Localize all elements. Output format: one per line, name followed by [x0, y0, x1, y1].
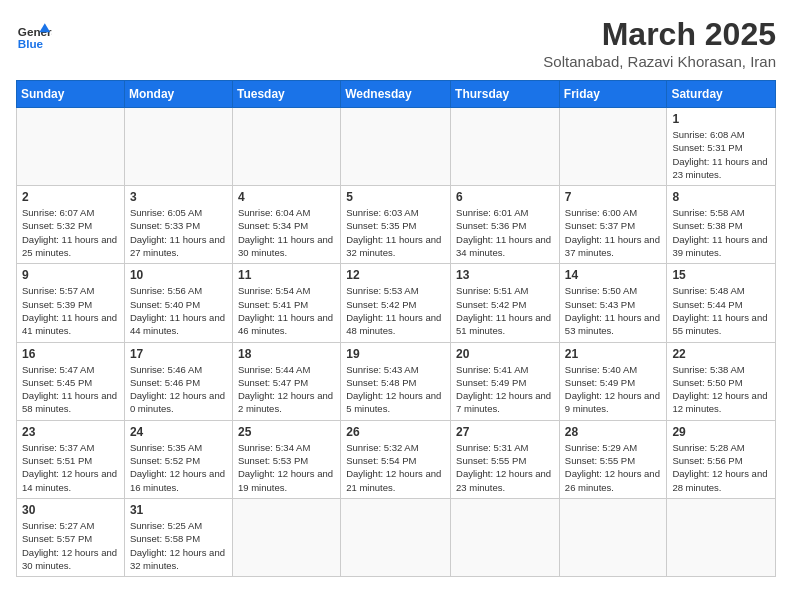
calendar-cell: 24Sunrise: 5:35 AMSunset: 5:52 PMDayligh… [124, 420, 232, 498]
day-info: Sunrise: 6:03 AMSunset: 5:35 PMDaylight:… [346, 206, 445, 259]
calendar-week-row: 30Sunrise: 5:27 AMSunset: 5:57 PMDayligh… [17, 498, 776, 576]
weekday-header: Wednesday [341, 81, 451, 108]
day-number: 30 [22, 503, 119, 517]
calendar-cell: 29Sunrise: 5:28 AMSunset: 5:56 PMDayligh… [667, 420, 776, 498]
calendar-cell [341, 108, 451, 186]
calendar-cell: 25Sunrise: 5:34 AMSunset: 5:53 PMDayligh… [232, 420, 340, 498]
day-number: 15 [672, 268, 770, 282]
calendar-cell [341, 498, 451, 576]
day-info: Sunrise: 5:44 AMSunset: 5:47 PMDaylight:… [238, 363, 335, 416]
calendar-cell [667, 498, 776, 576]
weekday-header: Tuesday [232, 81, 340, 108]
day-number: 7 [565, 190, 662, 204]
title-area: March 2025 Soltanabad, Razavi Khorasan, … [543, 16, 776, 70]
calendar-cell: 17Sunrise: 5:46 AMSunset: 5:46 PMDayligh… [124, 342, 232, 420]
day-info: Sunrise: 6:05 AMSunset: 5:33 PMDaylight:… [130, 206, 227, 259]
calendar-cell: 21Sunrise: 5:40 AMSunset: 5:49 PMDayligh… [559, 342, 667, 420]
weekday-header: Monday [124, 81, 232, 108]
calendar-cell: 5Sunrise: 6:03 AMSunset: 5:35 PMDaylight… [341, 186, 451, 264]
day-number: 27 [456, 425, 554, 439]
day-info: Sunrise: 5:48 AMSunset: 5:44 PMDaylight:… [672, 284, 770, 337]
day-info: Sunrise: 5:47 AMSunset: 5:45 PMDaylight:… [22, 363, 119, 416]
day-number: 22 [672, 347, 770, 361]
day-info: Sunrise: 6:01 AMSunset: 5:36 PMDaylight:… [456, 206, 554, 259]
calendar-cell: 20Sunrise: 5:41 AMSunset: 5:49 PMDayligh… [451, 342, 560, 420]
calendar-cell: 2Sunrise: 6:07 AMSunset: 5:32 PMDaylight… [17, 186, 125, 264]
day-number: 4 [238, 190, 335, 204]
day-number: 29 [672, 425, 770, 439]
weekday-header: Saturday [667, 81, 776, 108]
calendar-cell [559, 108, 667, 186]
calendar-cell: 12Sunrise: 5:53 AMSunset: 5:42 PMDayligh… [341, 264, 451, 342]
day-number: 26 [346, 425, 445, 439]
day-number: 28 [565, 425, 662, 439]
day-info: Sunrise: 5:51 AMSunset: 5:42 PMDaylight:… [456, 284, 554, 337]
calendar-week-row: 16Sunrise: 5:47 AMSunset: 5:45 PMDayligh… [17, 342, 776, 420]
day-info: Sunrise: 6:04 AMSunset: 5:34 PMDaylight:… [238, 206, 335, 259]
logo-icon: General Blue [16, 16, 52, 52]
day-info: Sunrise: 5:29 AMSunset: 5:55 PMDaylight:… [565, 441, 662, 494]
day-info: Sunrise: 5:43 AMSunset: 5:48 PMDaylight:… [346, 363, 445, 416]
weekday-header: Thursday [451, 81, 560, 108]
day-number: 18 [238, 347, 335, 361]
day-info: Sunrise: 5:28 AMSunset: 5:56 PMDaylight:… [672, 441, 770, 494]
weekday-header: Friday [559, 81, 667, 108]
calendar-cell: 28Sunrise: 5:29 AMSunset: 5:55 PMDayligh… [559, 420, 667, 498]
day-number: 2 [22, 190, 119, 204]
calendar-cell: 9Sunrise: 5:57 AMSunset: 5:39 PMDaylight… [17, 264, 125, 342]
calendar-cell: 11Sunrise: 5:54 AMSunset: 5:41 PMDayligh… [232, 264, 340, 342]
calendar-week-row: 9Sunrise: 5:57 AMSunset: 5:39 PMDaylight… [17, 264, 776, 342]
calendar-cell: 10Sunrise: 5:56 AMSunset: 5:40 PMDayligh… [124, 264, 232, 342]
day-number: 23 [22, 425, 119, 439]
day-info: Sunrise: 5:40 AMSunset: 5:49 PMDaylight:… [565, 363, 662, 416]
day-number: 10 [130, 268, 227, 282]
day-info: Sunrise: 5:54 AMSunset: 5:41 PMDaylight:… [238, 284, 335, 337]
calendar-table: SundayMondayTuesdayWednesdayThursdayFrid… [16, 80, 776, 577]
day-number: 9 [22, 268, 119, 282]
day-info: Sunrise: 5:58 AMSunset: 5:38 PMDaylight:… [672, 206, 770, 259]
calendar-cell [17, 108, 125, 186]
day-info: Sunrise: 5:35 AMSunset: 5:52 PMDaylight:… [130, 441, 227, 494]
day-number: 13 [456, 268, 554, 282]
day-number: 6 [456, 190, 554, 204]
calendar-cell: 27Sunrise: 5:31 AMSunset: 5:55 PMDayligh… [451, 420, 560, 498]
day-info: Sunrise: 5:56 AMSunset: 5:40 PMDaylight:… [130, 284, 227, 337]
day-number: 17 [130, 347, 227, 361]
calendar-week-row: 1Sunrise: 6:08 AMSunset: 5:31 PMDaylight… [17, 108, 776, 186]
calendar-cell: 19Sunrise: 5:43 AMSunset: 5:48 PMDayligh… [341, 342, 451, 420]
day-info: Sunrise: 5:32 AMSunset: 5:54 PMDaylight:… [346, 441, 445, 494]
day-info: Sunrise: 5:41 AMSunset: 5:49 PMDaylight:… [456, 363, 554, 416]
calendar-cell: 16Sunrise: 5:47 AMSunset: 5:45 PMDayligh… [17, 342, 125, 420]
day-number: 31 [130, 503, 227, 517]
day-info: Sunrise: 5:53 AMSunset: 5:42 PMDaylight:… [346, 284, 445, 337]
day-number: 1 [672, 112, 770, 126]
day-number: 19 [346, 347, 445, 361]
day-info: Sunrise: 5:57 AMSunset: 5:39 PMDaylight:… [22, 284, 119, 337]
weekday-header: Sunday [17, 81, 125, 108]
day-number: 12 [346, 268, 445, 282]
svg-text:Blue: Blue [18, 37, 44, 50]
day-number: 11 [238, 268, 335, 282]
calendar-cell [232, 498, 340, 576]
calendar-cell: 18Sunrise: 5:44 AMSunset: 5:47 PMDayligh… [232, 342, 340, 420]
day-info: Sunrise: 5:34 AMSunset: 5:53 PMDaylight:… [238, 441, 335, 494]
day-number: 14 [565, 268, 662, 282]
day-info: Sunrise: 5:27 AMSunset: 5:57 PMDaylight:… [22, 519, 119, 572]
day-number: 21 [565, 347, 662, 361]
calendar-cell: 26Sunrise: 5:32 AMSunset: 5:54 PMDayligh… [341, 420, 451, 498]
day-info: Sunrise: 5:38 AMSunset: 5:50 PMDaylight:… [672, 363, 770, 416]
logo: General Blue [16, 16, 52, 52]
day-info: Sunrise: 5:46 AMSunset: 5:46 PMDaylight:… [130, 363, 227, 416]
calendar-week-row: 23Sunrise: 5:37 AMSunset: 5:51 PMDayligh… [17, 420, 776, 498]
day-info: Sunrise: 6:00 AMSunset: 5:37 PMDaylight:… [565, 206, 662, 259]
weekday-header-row: SundayMondayTuesdayWednesdayThursdayFrid… [17, 81, 776, 108]
month-title: March 2025 [543, 16, 776, 53]
day-info: Sunrise: 6:07 AMSunset: 5:32 PMDaylight:… [22, 206, 119, 259]
calendar-cell: 23Sunrise: 5:37 AMSunset: 5:51 PMDayligh… [17, 420, 125, 498]
day-number: 8 [672, 190, 770, 204]
calendar-cell: 22Sunrise: 5:38 AMSunset: 5:50 PMDayligh… [667, 342, 776, 420]
day-info: Sunrise: 5:37 AMSunset: 5:51 PMDaylight:… [22, 441, 119, 494]
calendar-cell: 31Sunrise: 5:25 AMSunset: 5:58 PMDayligh… [124, 498, 232, 576]
calendar-cell: 4Sunrise: 6:04 AMSunset: 5:34 PMDaylight… [232, 186, 340, 264]
calendar-cell: 3Sunrise: 6:05 AMSunset: 5:33 PMDaylight… [124, 186, 232, 264]
